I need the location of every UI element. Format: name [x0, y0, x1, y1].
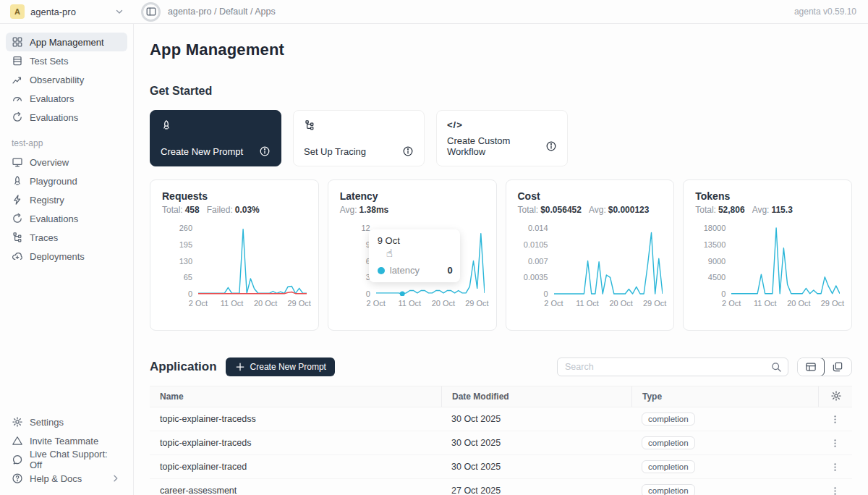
- sidebar-item-label: Live Chat Support: Off: [30, 449, 122, 470]
- question-icon: [12, 473, 23, 484]
- sidebar-item-label: Overview: [30, 157, 69, 168]
- y-axis-tick: 0: [695, 289, 726, 298]
- metric-stats: Total:$0.056452Avg:$0.000123: [518, 205, 663, 215]
- sidebar-item-label: Help & Docs: [30, 473, 82, 484]
- chart-plot-area[interactable]: [554, 224, 663, 298]
- x-axis-tick: 11 Oct: [221, 299, 244, 308]
- applications-table: NameDate ModifiedType topic-explainer-tr…: [150, 386, 852, 495]
- card-view-button[interactable]: [824, 358, 851, 376]
- sidebar-item-playground[interactable]: Playground: [6, 172, 127, 190]
- sidebar-item-help-docs[interactable]: Help & Docs: [6, 469, 127, 488]
- y-axis-tick: 12: [340, 224, 370, 232]
- metric-card-requests: RequestsTotal:458Failed:0.03%06513019526…: [150, 179, 319, 331]
- get-started-card-set-up-tracing[interactable]: Set Up Tracing: [293, 110, 425, 166]
- table-view-button[interactable]: [797, 358, 825, 376]
- application-title: Application: [150, 360, 217, 374]
- x-axis-tick: 2 Oct: [544, 299, 563, 308]
- breadcrumb[interactable]: agenta-pro / Default / Apps: [168, 7, 276, 17]
- search-input[interactable]: [565, 362, 770, 372]
- type-badge: completion: [642, 436, 695, 449]
- sidebar-item-evaluations[interactable]: Evaluations: [6, 209, 127, 228]
- sidebar-item-invite-teammate[interactable]: Invite Teammate: [6, 431, 127, 450]
- sidebar-item-settings[interactable]: Settings: [6, 412, 127, 431]
- y-axis-tick: 0.0105: [518, 240, 548, 249]
- column-header-type[interactable]: Type: [631, 386, 818, 407]
- table-row-topic-explainer-traced[interactable]: topic-explainer-traced30 Oct 2025complet…: [150, 455, 852, 479]
- sidebar-item-app-management[interactable]: App Management: [6, 33, 127, 51]
- sidebar-item-evaluations[interactable]: Evaluations: [6, 108, 127, 127]
- x-axis-tick: 20 Oct: [254, 299, 277, 308]
- sidebar-item-label: Evaluations: [30, 112, 78, 123]
- workspace-avatar: A: [10, 4, 25, 19]
- sidebar-item-deployments[interactable]: Deployments: [6, 247, 127, 266]
- sidebar-item-registry[interactable]: Registry: [6, 190, 127, 209]
- search-icon[interactable]: [770, 361, 782, 373]
- metric-chart: 04500900013500180002 Oct11 Oct20 Oct29 O…: [695, 224, 840, 312]
- tree-icon: [12, 232, 23, 243]
- main-content: App Management Get Started Create New Pr…: [134, 24, 868, 495]
- tooltip-series-row: latency0: [378, 265, 453, 276]
- get-started-card-create-new-prompt[interactable]: Create New Prompt: [150, 110, 281, 166]
- metric-stats: Total:52,806Avg:115.3: [695, 205, 840, 215]
- sidebar-item-test-sets[interactable]: Test Sets: [6, 51, 127, 70]
- sidebar-item-overview[interactable]: Overview: [6, 153, 127, 172]
- sidebar-item-evaluators[interactable]: Evaluators: [6, 89, 127, 108]
- sidebar-item-observability[interactable]: Observability: [6, 70, 127, 89]
- cell-name: career-assessment: [150, 486, 441, 495]
- y-axis-tick: 0: [162, 289, 192, 298]
- chart-plot-area[interactable]: [731, 224, 840, 298]
- x-axis-tick: 2 Oct: [189, 299, 208, 308]
- x-axis-tick: 29 Oct: [287, 299, 310, 308]
- x-axis-tick: 29 Oct: [465, 299, 488, 308]
- version-label: agenta v0.59.10: [794, 7, 868, 17]
- y-axis-tick: 65: [162, 273, 192, 282]
- row-menu-button[interactable]: [828, 412, 842, 426]
- sidebar-item-live-chat-support-off[interactable]: Live Chat Support: Off: [6, 450, 127, 469]
- y-axis-tick: 6: [340, 257, 370, 266]
- sidebar-main-nav: App ManagementTest SetsObservabilityEval…: [6, 33, 127, 127]
- mouse-cursor-icon: ☝: [386, 247, 393, 260]
- gear-icon[interactable]: [830, 390, 842, 404]
- tooltip-series-value: 0: [448, 265, 453, 276]
- type-badge: completion: [642, 412, 695, 426]
- get-started-card-create-custom-workflow[interactable]: </>Create Custom Workflow: [436, 110, 568, 166]
- sidebar-item-traces[interactable]: Traces: [6, 228, 127, 247]
- search-box: [557, 358, 788, 376]
- get-started-cards: Create New PromptSet Up Tracing</>Create…: [150, 110, 852, 166]
- y-axis-tick: 18000: [695, 224, 726, 232]
- table-row-topic-explainer-traceds[interactable]: topic-explainer-traceds30 Oct 2025comple…: [150, 431, 852, 455]
- chart-plot-area[interactable]: [198, 224, 307, 298]
- metric-stat: Avg:$0.000123: [589, 205, 650, 215]
- sidebar-toggle-button[interactable]: [141, 2, 161, 22]
- metric-title: Tokens: [695, 190, 840, 202]
- rocket-icon: [161, 119, 271, 131]
- column-header-date-modified[interactable]: Date Modified: [441, 386, 631, 407]
- application-header: Application Create New Prompt: [150, 358, 852, 376]
- x-axis-tick: 2 Oct: [367, 299, 386, 308]
- x-axis-tick: 29 Oct: [643, 299, 666, 308]
- info-icon[interactable]: [402, 145, 414, 157]
- info-icon[interactable]: [545, 140, 557, 152]
- row-menu-button[interactable]: [828, 436, 842, 450]
- metric-title: Latency: [340, 190, 485, 202]
- table-row-career-assessment[interactable]: career-assessment27 Oct 2025completion: [150, 479, 852, 495]
- view-toggle: [797, 358, 852, 376]
- loop-icon: [12, 213, 23, 224]
- metric-stat: Avg:115.3: [752, 205, 793, 215]
- create-new-prompt-button[interactable]: Create New Prompt: [226, 358, 335, 376]
- column-header-name[interactable]: Name: [150, 386, 441, 407]
- workspace-selector[interactable]: A agenta-pro: [0, 4, 134, 19]
- card-label: Create Custom Workflow: [447, 135, 545, 157]
- x-axis-tick: 20 Oct: [432, 299, 455, 308]
- x-axis-tick: 11 Oct: [754, 299, 777, 308]
- table-row-topic-explainer-tracedss[interactable]: topic-explainer-tracedss30 Oct 2025compl…: [150, 407, 852, 431]
- sidebar-item-label: App Management: [30, 37, 104, 48]
- row-menu-button[interactable]: [828, 460, 842, 474]
- cell-name: topic-explainer-traceds: [150, 438, 441, 448]
- cell-date-modified: 30 Oct 2025: [441, 462, 631, 472]
- metric-stat: Total:458: [162, 205, 200, 215]
- x-axis-tick: 2 Oct: [722, 299, 741, 308]
- info-icon[interactable]: [259, 145, 271, 157]
- row-menu-button[interactable]: [828, 484, 842, 495]
- bolt-icon: [12, 194, 23, 206]
